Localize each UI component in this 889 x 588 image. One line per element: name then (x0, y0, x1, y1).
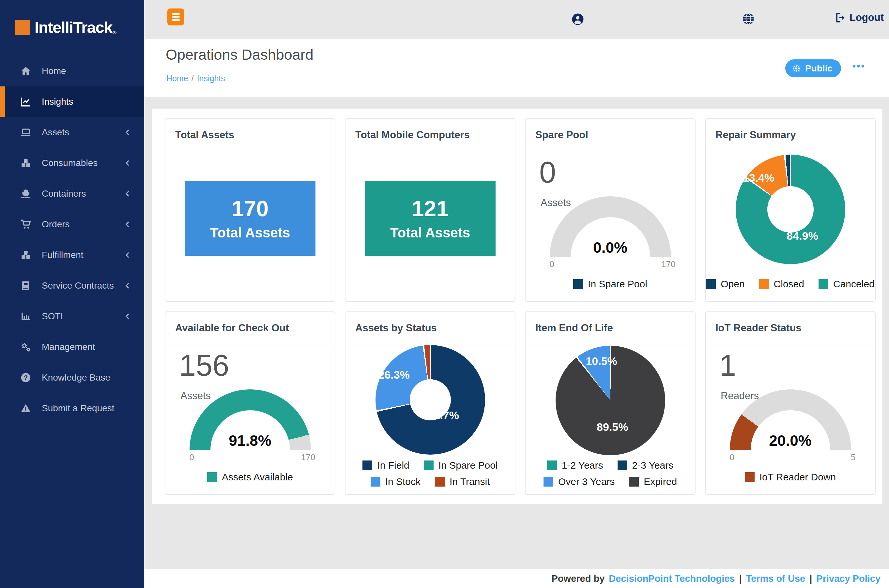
card-repair-summary: Repair Summary 13.4% 84.9% Open Closed (705, 118, 875, 302)
total-mobile-stat-box: 121 Total Assets (365, 181, 496, 256)
page-title: Operations Dashboard (166, 46, 314, 63)
sidebar-item-consumables[interactable]: Consumables (0, 148, 144, 178)
legend-item[interactable]: 2-3 Years (617, 460, 674, 471)
card-title: Item End Of Life (526, 312, 695, 344)
legend-item[interactable]: Canceled (818, 279, 875, 290)
sidebar: IntelliTrack ® Home Insights Assets (0, 0, 144, 588)
legend-swatch (371, 477, 380, 487)
item-eol-pie[interactable]: 10.5% 89.5% (556, 346, 665, 455)
gauge-max-tick: 5 (851, 452, 855, 462)
question-circle-icon: ? (18, 372, 33, 383)
slice-label-over-3-years: 10.5% (586, 355, 617, 368)
gauge-min-tick: 0 (550, 259, 554, 269)
sidebar-item-label: Consumables (42, 158, 98, 168)
sidebar-item-label: Insights (42, 96, 74, 107)
card-title: Available for Check Out (165, 312, 335, 344)
breadcrumb-current-link[interactable]: Insights (197, 74, 225, 83)
stat-label: Total Assets (210, 225, 290, 241)
cart-icon (18, 219, 33, 230)
sidebar-item-label: Knowledge Base (42, 372, 110, 383)
logout-label: Logout (850, 12, 884, 24)
legend-item[interactable]: Expired (629, 476, 677, 487)
breadcrumb-home-link[interactable]: Home (167, 74, 188, 83)
card-title: Assets by Status (345, 312, 515, 344)
sidebar-item-service-contracts[interactable]: Service Contracts (0, 270, 144, 301)
visibility-badge[interactable]: Public (785, 59, 841, 77)
breadcrumb: Home/Insights (167, 74, 225, 83)
footer-separator: | (809, 573, 812, 584)
brand-trademark: ® (113, 30, 116, 36)
iot-reader-gauge[interactable]: 20.0% (730, 389, 851, 450)
card-total-mobile-computers: Total Mobile Computers 121 Total Assets (345, 118, 515, 302)
legend-swatch (617, 460, 627, 470)
card-title: Spare Pool (526, 119, 695, 152)
assets-by-status-donut[interactable]: 26.3% 71.7% (375, 345, 485, 454)
chevron-left-icon (123, 220, 132, 229)
legend-item[interactable]: In Stock (371, 476, 420, 487)
visibility-badge-label: Public (805, 63, 833, 74)
spare-pool-count: 0 (539, 155, 556, 189)
chevron-left-icon (123, 159, 132, 167)
legend-item[interactable]: In Field (362, 460, 409, 471)
brand-logo[interactable]: IntelliTrack ® (15, 18, 116, 36)
chevron-left-icon (123, 189, 132, 198)
sidebar-item-knowledge-base[interactable]: ? Knowledge Base (0, 362, 144, 393)
total-assets-stat-box: 170 Total Assets (185, 181, 315, 256)
sidebar-item-fulfillment[interactable]: Fulfillment (0, 240, 144, 270)
slice-label-closed: 13.4% (743, 171, 774, 184)
legend-item[interactable]: Assets Available (207, 472, 293, 483)
gauge-percent: 20.0% (730, 432, 851, 449)
company-link[interactable]: DecisionPoint Technologies (609, 573, 735, 584)
sidebar-item-label: SOTI (42, 311, 63, 321)
sidebar-item-label: Assets (42, 127, 69, 138)
brand-logo-square-icon (15, 20, 30, 35)
slice-label-expired: 89.5% (597, 420, 628, 433)
sidebar-item-management[interactable]: Management (0, 332, 144, 362)
card-total-assets: Total Assets 170 Total Assets (165, 118, 335, 302)
terms-link[interactable]: Terms of Use (746, 573, 805, 584)
menu-toggle-button[interactable] (167, 9, 184, 26)
legend-item[interactable]: IoT Reader Down (745, 472, 836, 483)
chart-line-icon (18, 96, 33, 107)
stat-label: Total Assets (390, 225, 470, 241)
legend-item[interactable]: 1-2 Years (547, 460, 603, 471)
sidebar-item-containers[interactable]: Containers (0, 178, 144, 209)
legend-item[interactable]: Over 3 Years (544, 476, 615, 487)
dashboard-content: Total Assets 170 Total Assets Total Mobi… (144, 97, 889, 569)
logout-button[interactable]: Logout (835, 12, 884, 24)
legend-item[interactable]: In Spare Pool (573, 279, 647, 290)
legend-swatch (759, 279, 769, 289)
sidebar-item-assets[interactable]: Assets (0, 117, 144, 148)
gauge-percent: 0.0% (550, 239, 671, 256)
legend-item[interactable]: Open (706, 279, 745, 290)
legend-item[interactable]: Closed (759, 279, 804, 290)
svg-text:?: ? (24, 374, 28, 381)
warning-icon (18, 403, 33, 414)
laptop-icon (18, 127, 33, 138)
legend-swatch (207, 472, 217, 482)
legend-swatch (573, 279, 583, 289)
available-gauge[interactable]: 91.8% (189, 389, 311, 450)
cards-panel: Total Assets 170 Total Assets Total Mobi… (152, 109, 882, 504)
privacy-link[interactable]: Privacy Policy (816, 573, 880, 584)
legend-swatch (547, 460, 557, 470)
language-globe-button[interactable] (742, 12, 755, 27)
repair-summary-donut[interactable]: 13.4% 84.9% (736, 154, 845, 264)
available-count: 156 (179, 348, 229, 382)
legend-item[interactable]: In Transit (435, 476, 490, 487)
sidebar-item-submit-request[interactable]: Submit a Request (0, 393, 144, 424)
user-profile-button[interactable] (571, 12, 585, 27)
card-item-end-of-life: Item End Of Life 10.5% 89.5% 1-2 Years 2… (525, 312, 695, 495)
sidebar-item-orders[interactable]: Orders (0, 209, 144, 240)
card-spare-pool: Spare Pool 0 Assets 0.0% 0 170 I (525, 118, 695, 302)
legend-swatch (818, 279, 828, 289)
sidebar-item-insights[interactable]: Insights (0, 86, 144, 117)
spare-pool-gauge[interactable]: 0.0% (550, 196, 671, 257)
topbar: Logout (144, 0, 889, 39)
sidebar-item-soti[interactable]: SOTI (0, 301, 144, 332)
card-iot-reader-status: IoT Reader Status 1 Readers 20.0% 0 5 (705, 312, 875, 495)
legend-item[interactable]: In Spare Pool (424, 460, 498, 471)
more-options-button[interactable]: ••• (852, 61, 865, 72)
sidebar-item-home[interactable]: Home (0, 56, 144, 86)
slice-label-in-field: 71.7% (428, 409, 459, 422)
